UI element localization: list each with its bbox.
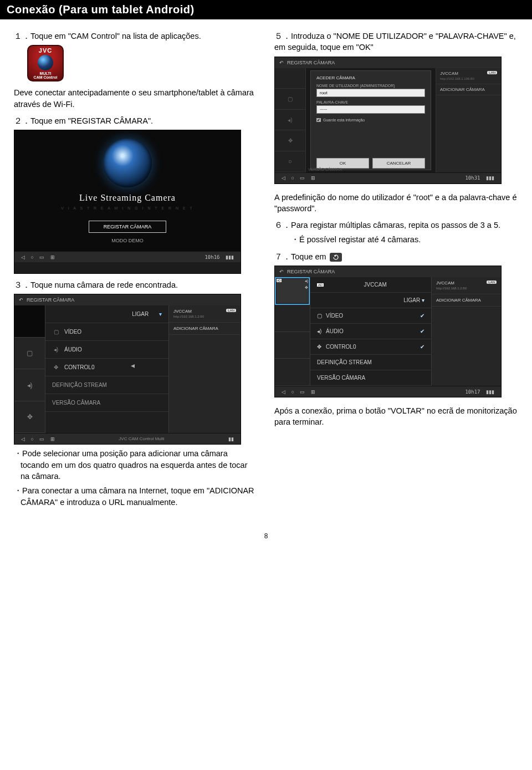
step-6: ６．Para registar múltiplas câmaras, repit… [274, 220, 518, 231]
remember-checkbox[interactable]: Guarde esta informação [316, 118, 425, 123]
username-input[interactable]: root [316, 89, 425, 97]
modo-demo-button[interactable]: MODO DEMO [111, 238, 144, 243]
audio-row[interactable]: ◂)ÁUDIO [45, 341, 168, 359]
slot-1[interactable]: AD ◂) ✥ [275, 277, 310, 305]
back-nav-icon[interactable]: ◁ [282, 389, 285, 395]
nav-bar: ◁ ○ ▭ ⊞ JVC CAM Control Multi ▮▮ [14, 433, 241, 444]
defstream-row[interactable]: DEFINIÇÃO STREAM [310, 355, 431, 370]
video-row[interactable]: ▢VÍDEO [45, 323, 168, 341]
slot: ◂) [275, 110, 305, 131]
signal-icon: ▮▮▮ [486, 389, 494, 395]
versao-row[interactable]: VERSÃO CÂMARA [45, 394, 168, 412]
slots-scrim: ▢ ◂) ✥ D [275, 68, 306, 172]
screenshot-after-connect: ↶ REGISTAR CÂMARA AD ◂) ✥ [274, 266, 502, 397]
apps-nav-icon[interactable]: ⊞ [50, 254, 55, 260]
add-camera-item[interactable]: ADICIONAR CÂMARA [169, 323, 241, 335]
overview-nav-icon[interactable]: ▭ [39, 254, 44, 260]
ad-badge: AD [277, 279, 282, 282]
password-input[interactable]: ······ [316, 105, 425, 114]
cam-name: JVCCAM [436, 281, 454, 285]
dialog-title: ACEDER CÂMARA [316, 75, 425, 80]
top-title: REGISTAR CÂMARA [287, 269, 335, 274]
versao-label: VERSÃO CÂMARA [317, 375, 424, 381]
defstream-row[interactable]: DEFINIÇÃO STREAM [45, 376, 168, 394]
slot-2[interactable] [275, 305, 310, 332]
home-nav-icon[interactable]: ○ [31, 254, 34, 260]
back-icon [330, 253, 342, 262]
versao-label: VERSÃO CÂMARA [52, 400, 100, 406]
top-title: REGISTAR CÂMARA [287, 60, 335, 65]
audio-row[interactable]: ◂)ÁUDIO✔ [310, 324, 431, 339]
back-nav-icon[interactable]: ◁ [21, 436, 25, 442]
defstream-label: DEFINIÇÃO STREAM [317, 359, 424, 365]
home-nav-icon[interactable]: ○ [291, 175, 294, 181]
slot-4[interactable] [275, 359, 310, 386]
lsc-title: Live Streaming Camera [79, 193, 176, 203]
page-number: 8 [0, 532, 532, 540]
camera-slots: AD ◂) ✥ [275, 277, 310, 386]
slot-2[interactable]: ▢ [14, 338, 45, 370]
screenshot-registar-list: ↶ REGISTAR CÂMARA ▢ ◂) ✥ LIGAR ▾ ▢VÍDEO … [14, 294, 241, 445]
slot-3[interactable]: ◂) [14, 369, 45, 401]
overview-nav-icon[interactable]: ▭ [300, 175, 305, 181]
slot-4[interactable]: ✥ [14, 401, 45, 434]
versao-row[interactable]: VERSÃO CÂMARA [310, 370, 431, 386]
top-bar: ↶ REGISTAR CÂMARA [14, 294, 241, 305]
defstream-label: DEFINIÇÃO STREAM [52, 382, 107, 388]
back-icon[interactable]: ↶ [279, 60, 284, 65]
apps-nav-icon[interactable]: ⊞ [311, 175, 315, 181]
overview-nav-icon[interactable]: ▭ [300, 389, 305, 395]
slot-1[interactable] [14, 305, 45, 338]
ligar-label: LIGAR [132, 311, 149, 317]
screenshot-live-streaming: Live Streaming Camera V I A S T R E A M … [14, 130, 241, 274]
home-nav-icon[interactable]: ○ [31, 436, 34, 442]
chevron-left-icon[interactable]: ◂ [131, 361, 135, 370]
control-label: CONTROL0 [326, 344, 420, 350]
password-label: PALAVRA-CHAVE [316, 100, 425, 104]
found-camera-item[interactable]: JVCCAM LAN http://192.168.1.2:80 [169, 305, 241, 323]
back-nav-icon[interactable]: ◁ [282, 175, 285, 181]
top-bar: ↶ REGISTAR CÂMARA [275, 57, 501, 68]
control-row[interactable]: ✥CONTROL0✔ [310, 339, 431, 355]
login-dialog: ACEDER CÂMARA NOME DE UTILIZADOR (ADMINI… [310, 70, 431, 170]
video-row[interactable]: ▢VÍDEO✔ [310, 308, 431, 324]
app-caption-text: CAM Control [34, 75, 58, 79]
app-icon[interactable]: JVC MULTI CAM Control [27, 45, 64, 81]
found-cameras: JVCCAM LAN http://192.168.1.2:80 ADICION… [168, 305, 241, 433]
apps-nav-icon[interactable]: ⊞ [311, 389, 315, 395]
ligar-label: LIGAR [317, 297, 420, 303]
signal-icon: ▮▮ [228, 436, 234, 442]
cancel-button[interactable]: CANCELAR [372, 158, 425, 169]
lan-chip: LAN [487, 281, 497, 284]
ligar-row[interactable]: LIGAR ▾ [45, 305, 168, 323]
back-icon[interactable]: ↶ [279, 269, 284, 274]
found-camera-item: JVCCAM LAN http://192.168.1.106:80 [436, 68, 501, 84]
back-icon[interactable]: ↶ [19, 297, 23, 303]
bullet-add-manual: ・Para conectar a uma câmara na Internet,… [14, 485, 258, 508]
control-row[interactable]: ✥CONTROL0 [45, 359, 168, 376]
right-scrim: JVCCAM LAN http://192.168.1.106:80 ADICI… [436, 68, 501, 172]
top-title: REGISTAR CÂMARA [27, 297, 74, 303]
camname-label: JVCCAM [364, 282, 387, 288]
step-6-sub: ・É possível registar até 4 câmaras. [291, 234, 518, 245]
home-nav-icon[interactable]: ○ [291, 389, 294, 395]
cam-name-row: AD JVCCAM [310, 277, 431, 293]
cam-url: http://192.168.1.106:80 [440, 77, 474, 80]
signal-icon: ▮▮▮ [226, 254, 234, 260]
page-title: Conexão (Para um tablet Android) [0, 0, 532, 19]
nav-bar: ◁ ○ ▭ ⊞ 10h16 ▮▮▮ [14, 251, 241, 262]
settings-list: LIGAR ▾ ▢VÍDEO ◂)ÁUDIO ✥CONTROL0 DEFINIÇ… [45, 305, 168, 433]
lan-chip: LAN [226, 309, 236, 312]
found-camera-item[interactable]: JVCCAM LAN http://192.168.1.2:80 [432, 277, 501, 294]
back-nav-icon[interactable]: ◁ [21, 254, 25, 260]
add-camera-item[interactable]: ADICIONAR CÂMARA [432, 294, 501, 307]
slot [275, 68, 305, 89]
note-default-creds: A predefinição do nome do utilizador é "… [274, 192, 518, 215]
app-multi-text: MULTI [40, 72, 52, 75]
slot-3[interactable] [275, 332, 310, 359]
overview-nav-icon[interactable]: ▭ [39, 436, 44, 442]
apps-nav-icon[interactable]: ⊞ [50, 436, 55, 442]
registar-camara-button[interactable]: REGISTAR CÂMARA [89, 221, 166, 233]
ligar-row[interactable]: LIGAR ▾ [310, 293, 431, 308]
found-cameras: JVCCAM LAN http://192.168.1.2:80 ADICION… [431, 277, 501, 386]
